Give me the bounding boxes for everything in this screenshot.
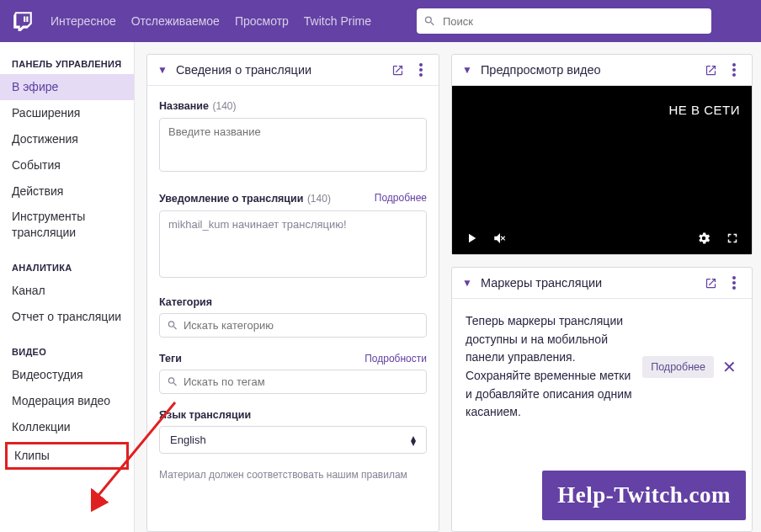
tags-input[interactable] (184, 375, 419, 388)
sidebar-item-stream-tools[interactable]: Инструменты трансляции (0, 204, 134, 246)
sidebar-item-video-studio[interactable]: Видеостудия (0, 362, 134, 388)
collapse-icon[interactable]: ▼ (462, 64, 472, 76)
more-icon[interactable] (726, 276, 742, 290)
video-preview: НЕ В СЕТИ (452, 86, 752, 254)
fullscreen-icon[interactable] (725, 231, 740, 246)
watermark: Help-Twitch.com (542, 471, 746, 520)
svg-point-3 (732, 63, 736, 66)
section-title-analytics: АНАЛИТИКА (0, 258, 134, 278)
sidebar-item-stream-report[interactable]: Отчет о трансляции (0, 304, 134, 330)
search-box[interactable] (417, 8, 711, 34)
sidebar-item-live[interactable]: В эфире (0, 74, 134, 100)
nav-prime[interactable]: Twitch Prime (304, 14, 371, 28)
search-icon (423, 14, 436, 28)
title-input[interactable] (159, 118, 427, 172)
mute-icon[interactable] (492, 231, 508, 246)
close-icon[interactable]: ✕ (721, 357, 738, 377)
markers-text: Теперь маркеры трансляции доступны и на … (466, 312, 636, 422)
search-icon (167, 375, 178, 388)
sidebar-item-collections[interactable]: Коллекции (0, 414, 134, 440)
rules-note: Материал должен соответствовать нашим пр… (159, 469, 427, 481)
nav-interesting[interactable]: Интересное (51, 14, 116, 28)
sidebar-item-achievements[interactable]: Достижения (0, 126, 134, 152)
sidebar-item-extensions[interactable]: Расширения (0, 100, 134, 126)
more-icon[interactable] (726, 63, 742, 77)
svg-point-0 (419, 63, 423, 66)
category-input[interactable] (184, 319, 419, 332)
more-icon[interactable] (413, 63, 428, 77)
collapse-icon[interactable]: ▼ (462, 277, 472, 289)
sidebar-item-clips[interactable]: Клипы (5, 442, 129, 470)
svg-point-7 (732, 281, 736, 285)
notify-input[interactable] (159, 210, 427, 278)
play-icon[interactable] (464, 231, 479, 246)
svg-point-8 (732, 286, 736, 290)
sidebar-item-channel[interactable]: Канал (0, 278, 134, 304)
tags-label: Теги (159, 353, 182, 364)
nav-browse[interactable]: Просмотр (235, 14, 289, 28)
search-icon (167, 319, 178, 332)
section-title-dashboard: ПАНЕЛЬ УПРАВЛЕНИЯ (0, 54, 134, 74)
video-preview-panel: ▼ Предпросмотр видео НЕ В СЕТИ (451, 54, 753, 255)
nav-following[interactable]: Отслеживаемое (131, 14, 220, 28)
section-title-video: ВИДЕО (0, 342, 134, 362)
twitch-logo[interactable] (10, 8, 35, 34)
title-label: Название (159, 100, 209, 112)
category-label: Категория (159, 296, 212, 308)
topbar: Интересное Отслеживаемое Просмотр Twitch… (0, 0, 761, 42)
select-caret-icon: ▴▾ (411, 435, 416, 445)
sidebar: ПАНЕЛЬ УПРАВЛЕНИЯ В эфире Расширения Дос… (0, 42, 135, 532)
sidebar-item-video-moderation[interactable]: Модерация видео (0, 388, 134, 414)
sidebar-item-events[interactable]: События (0, 152, 134, 178)
svg-point-6 (732, 276, 736, 279)
notify-more-link[interactable]: Подробнее (375, 192, 427, 204)
notify-label: Уведомление о трансляции (159, 193, 303, 205)
settings-icon[interactable] (696, 231, 711, 246)
collapse-icon[interactable]: ▼ (157, 64, 168, 76)
category-search[interactable] (159, 313, 427, 338)
language-value: English (170, 434, 206, 446)
panel-title: Маркеры трансляции (481, 276, 694, 290)
popout-icon[interactable] (703, 277, 718, 290)
stream-info-panel: ▼ Сведения о трансляции Название (140) (146, 54, 439, 532)
language-label: Язык трансляции (159, 409, 251, 421)
tags-more-link[interactable]: Подробности (365, 353, 427, 364)
svg-point-5 (732, 73, 736, 77)
panel-title: Сведения о трансляции (176, 63, 381, 77)
popout-icon[interactable] (390, 64, 405, 77)
search-container (417, 8, 711, 34)
language-select[interactable]: English ▴▾ (159, 426, 427, 454)
svg-point-1 (419, 68, 423, 72)
popout-icon[interactable] (703, 64, 718, 77)
svg-point-2 (419, 73, 423, 77)
top-nav: Интересное Отслеживаемое Просмотр Twitch… (51, 14, 371, 28)
svg-point-4 (732, 68, 736, 72)
search-input[interactable] (443, 15, 705, 28)
offline-label: НЕ В СЕТИ (669, 103, 740, 117)
tags-search[interactable] (159, 370, 427, 394)
panel-title: Предпросмотр видео (481, 63, 694, 77)
sidebar-item-actions[interactable]: Действия (0, 178, 134, 205)
markers-more-button[interactable]: Подробнее (642, 356, 714, 378)
notify-hint: (140) (307, 193, 331, 205)
title-hint: (140) (212, 100, 236, 112)
